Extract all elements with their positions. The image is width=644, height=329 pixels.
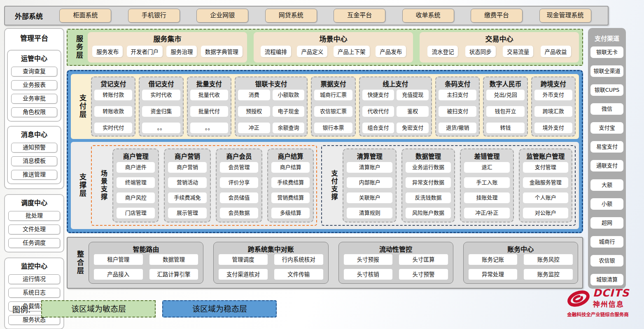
integration-item-button[interactable]: 头寸核销 [344, 269, 393, 280]
payment-item-button[interactable]: 批量代收 [190, 90, 228, 100]
management-item-button[interactable]: 系统日志 [8, 288, 60, 298]
management-item-button[interactable]: 文件处理 [8, 225, 60, 234]
payment-item-button[interactable]: 冲正 [238, 123, 270, 133]
external-system-button[interactable]: 企业网银 [196, 9, 248, 23]
management-item-button[interactable]: 业务审批 [11, 94, 57, 104]
payment-item-button[interactable]: 钱包开立 [486, 106, 524, 117]
payment-item-button[interactable]: 鉴权 [397, 106, 429, 117]
integration-item-button[interactable]: 账务监控 [524, 269, 573, 280]
integration-item-button[interactable]: 文件传输 [274, 269, 323, 280]
payment-channel-button[interactable]: 城银清算 [590, 274, 623, 285]
integration-item-button[interactable]: 租户管理 [94, 254, 143, 265]
integration-item-button[interactable]: 数据管理 [149, 254, 198, 265]
integration-item-button[interactable]: 管理调度 [219, 254, 268, 265]
support-item-button[interactable]: 会员数据 [220, 208, 258, 218]
payment-item-button[interactable]: 农信银汇票 [314, 106, 352, 117]
integration-item-button[interactable]: 行内系统核对 [274, 254, 323, 265]
support-item-button[interactable]: 商户风控 [117, 192, 155, 203]
payment-item-button[interactable]: 银行本票 [314, 123, 352, 133]
service-item-button[interactable]: 产品上下架 [334, 46, 370, 57]
payment-channel-button[interactable]: 易宝支付 [590, 141, 623, 153]
support-item-button[interactable]: 业务运行数据 [406, 162, 451, 173]
support-item-button[interactable]: 挂账处理 [464, 192, 509, 203]
management-item-button[interactable]: 消息模板 [11, 156, 57, 166]
payment-channel-button[interactable]: 银联无卡 [590, 46, 623, 58]
support-item-button[interactable]: 风险账户数据 [406, 208, 451, 218]
payment-channel-button[interactable]: 农信银 [590, 255, 623, 266]
payment-item-button[interactable]: 小额取款 [273, 90, 305, 100]
external-system-button[interactable]: 现金管理系统 [539, 9, 591, 23]
external-system-button[interactable]: 网贷系统 [265, 9, 317, 23]
support-item-button[interactable]: 会员管理 [220, 162, 258, 173]
payment-channel-button[interactable]: 大额 [590, 179, 623, 191]
service-item-button[interactable]: 状态同步 [465, 46, 496, 57]
payment-channel-button[interactable]: 通联支付 [590, 160, 623, 171]
support-item-button[interactable]: 个人账户 [523, 192, 568, 203]
integration-item-button[interactable]: 头寸预警 [399, 269, 448, 280]
support-item-button[interactable]: 会员储值 [220, 192, 258, 203]
payment-item-button[interactable]: 电子现金 [273, 106, 305, 117]
external-system-button[interactable]: 互金平台 [334, 9, 385, 23]
management-item-button[interactable]: 任务调度 [8, 238, 60, 248]
payment-item-button[interactable]: 资金归集 [142, 106, 180, 117]
management-item-button[interactable]: 查询查复 [11, 67, 57, 76]
management-item-button[interactable]: 角色权限 [11, 107, 57, 117]
management-item-button[interactable]: 批处理 [8, 211, 60, 221]
payment-item-button[interactable]: 实时代收 [142, 90, 180, 100]
payment-item-button[interactable]: 转账付款 [94, 90, 132, 100]
payment-item-button[interactable]: 转账收款 [94, 106, 132, 117]
service-item-button[interactable]: 服务发布 [92, 46, 123, 57]
payment-item-button[interactable]: 转钱 [486, 123, 524, 133]
external-system-button[interactable]: 柜面系统 [59, 9, 111, 23]
payment-item-button[interactable]: 外币支付 [534, 90, 572, 100]
payment-item-button[interactable]: 免密支付 [397, 123, 429, 133]
payment-item-button[interactable]: 主扫支付 [439, 90, 476, 100]
payment-item-button[interactable]: 组合支付 [362, 123, 394, 133]
payment-item-button[interactable]: 被扫支付 [439, 106, 476, 117]
service-item-button[interactable]: 开发者门户 [127, 46, 163, 57]
integration-item-button[interactable]: 支付渠道核对 [219, 269, 268, 280]
payment-item-button[interactable]: 。。 [142, 123, 180, 133]
support-item-button[interactable]: 多级结算 [271, 208, 310, 218]
service-item-button[interactable]: 产品收益 [541, 46, 571, 57]
service-item-button[interactable]: 产品发布 [376, 46, 406, 57]
support-item-button[interactable]: 关联账户 [347, 192, 392, 203]
management-item-button[interactable]: 运行情况 [8, 274, 60, 284]
support-item-button[interactable]: 营销费结算 [271, 192, 310, 203]
support-item-button[interactable]: 清算账户 [347, 162, 392, 173]
external-system-button[interactable]: 收单系统 [402, 9, 454, 23]
payment-item-button[interactable]: 城商行汇票 [314, 90, 352, 100]
support-item-button[interactable]: 门店管理 [117, 208, 155, 218]
management-item-button[interactable]: 通知预警 [11, 143, 57, 153]
support-item-button[interactable]: 异常支付数据 [406, 177, 451, 188]
support-item-button[interactable]: 清算规则 [347, 208, 392, 218]
support-item-button[interactable]: 商户进件 [117, 162, 155, 173]
integration-item-button[interactable]: 头寸匡算 [399, 254, 448, 265]
payment-item-button[interactable]: 批量代付 [190, 106, 228, 117]
payment-item-button[interactable]: 代收代付 [362, 106, 394, 117]
support-item-button[interactable]: 商户营销 [168, 162, 206, 173]
support-item-button[interactable]: 对公账户 [523, 208, 568, 218]
management-item-button[interactable]: 业务报表 [11, 80, 57, 90]
support-item-button[interactable]: 手续费结算 [271, 177, 310, 188]
management-item-button[interactable]: 推送管理 [11, 170, 57, 180]
service-item-button[interactable]: 服务治理 [166, 46, 197, 57]
service-item-button[interactable]: 产品定义 [297, 46, 327, 57]
support-item-button[interactable]: 营销活动 [168, 177, 206, 188]
payment-item-button[interactable]: 余额查询 [273, 123, 305, 133]
support-item-button[interactable]: 支付管理 [523, 162, 568, 173]
support-item-button[interactable]: 冲正/补正 [464, 208, 509, 218]
external-system-button[interactable]: 手机银行 [128, 9, 180, 23]
service-item-button[interactable]: 交易流量 [503, 46, 533, 57]
integration-item-button[interactable]: 异常处理 [469, 269, 518, 280]
service-item-button[interactable]: 流程编排 [261, 46, 291, 57]
payment-item-button[interactable]: 境外支付 [534, 123, 572, 133]
support-item-button[interactable]: 退汇 [464, 162, 509, 173]
integration-item-button[interactable]: 产品接入 [94, 269, 143, 280]
payment-item-button[interactable]: 实时代付 [94, 123, 132, 133]
payment-item-button[interactable]: 跨境汇款 [534, 106, 572, 117]
support-item-button[interactable]: 评价分享 [220, 177, 258, 188]
payment-item-button[interactable]: 消费 [238, 90, 270, 100]
support-item-button[interactable]: 终端管理 [117, 177, 155, 188]
external-system-button[interactable]: 缴费平台 [471, 9, 523, 23]
